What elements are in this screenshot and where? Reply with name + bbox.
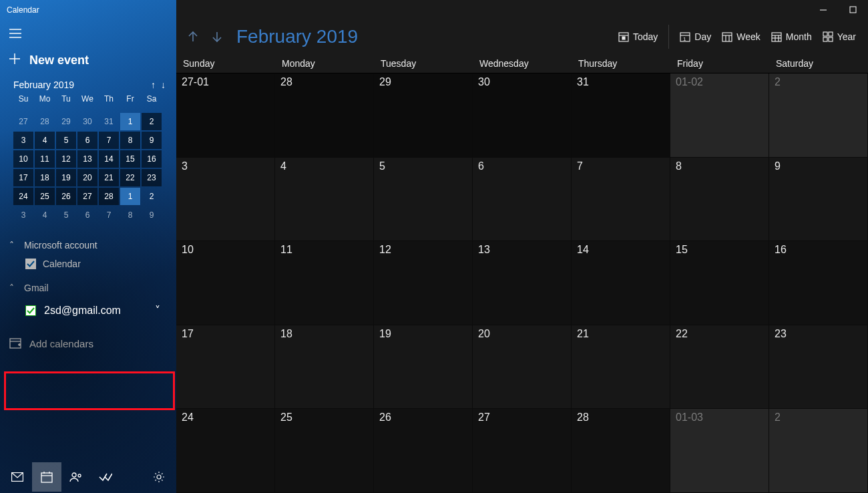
mini-day[interactable]: 1	[120, 188, 140, 205]
calendar-cell[interactable]: 20	[473, 325, 572, 409]
checkbox-checked-icon[interactable]	[25, 305, 36, 316]
calendar-cell[interactable]: 27	[473, 409, 572, 493]
account-gmail-header[interactable]: ˄ Gmail	[9, 280, 167, 296]
mini-day[interactable]: 11	[35, 150, 55, 168]
mail-button[interactable]	[3, 462, 32, 492]
calendar-button[interactable]	[32, 462, 61, 492]
calendar-cell[interactable]: 17	[176, 325, 275, 409]
mini-day[interactable]: 29	[56, 113, 76, 130]
mini-day[interactable]: 5	[56, 206, 76, 224]
mini-day[interactable]: 19	[56, 169, 76, 186]
calendar-cell[interactable]: 9	[769, 158, 868, 242]
mini-day[interactable]: 22	[120, 169, 140, 186]
mini-day[interactable]: 23	[142, 169, 162, 186]
account-gmail-calendar[interactable]: 2sd@gmail.com ˅	[9, 297, 167, 323]
chevron-down-icon[interactable]: ˅	[155, 304, 160, 317]
hamburger-menu-button[interactable]	[0, 20, 31, 47]
mini-day[interactable]: 8	[120, 206, 140, 224]
new-event-button[interactable]: New event	[0, 47, 176, 74]
account-microsoft-header[interactable]: ˄ Microsoft account	[9, 237, 167, 253]
mini-day[interactable]: 8	[120, 132, 140, 149]
account-microsoft-calendar[interactable]: Calendar	[9, 253, 167, 275]
prev-month-button[interactable]	[183, 23, 203, 50]
mini-day[interactable]: 17	[13, 169, 33, 186]
todo-button[interactable]	[91, 462, 120, 492]
calendar-cell[interactable]: 7	[572, 158, 670, 242]
calendar-cell[interactable]: 28	[572, 409, 670, 493]
mini-day[interactable]: 27	[77, 188, 97, 205]
calendar-cell[interactable]: 11	[275, 241, 374, 325]
calendar-cell[interactable]: 01-03	[670, 409, 769, 493]
mini-day[interactable]: 27	[13, 113, 33, 130]
calendar-cell[interactable]: 14	[572, 241, 670, 325]
calendar-cell[interactable]: 24	[176, 409, 275, 493]
calendar-cell[interactable]: 29	[374, 73, 473, 158]
year-view-button[interactable]: Year	[817, 27, 861, 46]
checkbox-checked-icon[interactable]	[25, 259, 36, 269]
calendar-cell[interactable]: 12	[374, 241, 473, 325]
calendar-cell[interactable]: 23	[769, 325, 868, 409]
mini-day[interactable]: 3	[13, 132, 33, 149]
mini-next-month-button[interactable]: ↓	[161, 79, 166, 90]
mini-day[interactable]: 15	[120, 150, 140, 168]
mini-day[interactable]: 30	[77, 113, 97, 130]
calendar-cell[interactable]: 31	[572, 73, 670, 158]
day-view-button[interactable]: 1Day	[674, 27, 716, 46]
mini-day[interactable]: 6	[77, 132, 97, 149]
mini-day[interactable]: 24	[13, 188, 33, 205]
mini-day[interactable]: 9	[142, 132, 162, 149]
mini-day[interactable]: 4	[35, 206, 55, 224]
mini-day[interactable]: 2	[142, 113, 162, 130]
mini-day[interactable]: 21	[99, 169, 119, 186]
calendar-cell[interactable]: 5	[374, 158, 473, 242]
maximize-button[interactable]	[838, 0, 868, 20]
mini-day[interactable]: 18	[35, 169, 55, 186]
mini-day[interactable]: 14	[99, 150, 119, 168]
next-month-button[interactable]	[207, 23, 227, 50]
calendar-cell[interactable]: 8	[670, 158, 769, 242]
calendar-cell[interactable]: 2	[769, 409, 868, 493]
calendar-cell[interactable]: 21	[572, 325, 670, 409]
mini-day[interactable]: 26	[56, 188, 76, 205]
week-view-button[interactable]: Week	[716, 27, 766, 46]
mini-day[interactable]: 7	[99, 206, 119, 224]
mini-day[interactable]: 3	[13, 206, 33, 224]
calendar-cell[interactable]: 25	[275, 409, 374, 493]
mini-day[interactable]: 10	[13, 150, 33, 168]
mini-day[interactable]: 2	[142, 188, 162, 205]
mini-prev-month-button[interactable]: ↑	[151, 79, 156, 90]
calendar-cell[interactable]: 16	[769, 241, 868, 325]
mini-day[interactable]: 6	[77, 206, 97, 224]
calendar-cell[interactable]: 27-01	[176, 73, 275, 158]
mini-day[interactable]: 16	[142, 150, 162, 168]
calendar-cell[interactable]: 22	[670, 325, 769, 409]
people-button[interactable]	[61, 462, 91, 492]
calendar-cell[interactable]: 2	[769, 73, 868, 158]
mini-day[interactable]: 7	[99, 132, 119, 149]
settings-button[interactable]	[144, 462, 174, 492]
calendar-cell[interactable]: 26	[374, 409, 473, 493]
mini-day[interactable]: 5	[56, 132, 76, 149]
calendar-cell[interactable]: 18	[275, 325, 374, 409]
calendar-cell[interactable]: 15	[670, 241, 769, 325]
calendar-cell[interactable]: 4	[275, 158, 374, 242]
calendar-cell[interactable]: 19	[374, 325, 473, 409]
calendar-cell[interactable]: 6	[473, 158, 572, 242]
mini-day[interactable]: 20	[77, 169, 97, 186]
mini-day[interactable]: 1	[120, 113, 140, 130]
calendar-cell[interactable]: 30	[473, 73, 572, 158]
mini-day[interactable]: 31	[99, 113, 119, 130]
minimize-button[interactable]	[808, 0, 838, 20]
calendar-cell[interactable]: 13	[473, 241, 572, 325]
mini-day[interactable]: 4	[35, 132, 55, 149]
mini-day[interactable]: 28	[35, 113, 55, 130]
add-calendars-button[interactable]: Add calendars	[0, 327, 176, 360]
mini-day[interactable]: 28	[99, 188, 119, 205]
mini-day[interactable]: 9	[142, 206, 162, 224]
month-view-button[interactable]: Month	[766, 27, 817, 46]
mini-day[interactable]: 12	[56, 150, 76, 168]
calendar-cell[interactable]: 28	[275, 73, 374, 158]
calendar-cell[interactable]: 01-02	[670, 73, 769, 158]
today-button[interactable]: Today	[613, 27, 663, 46]
mini-day[interactable]: 25	[35, 188, 55, 205]
